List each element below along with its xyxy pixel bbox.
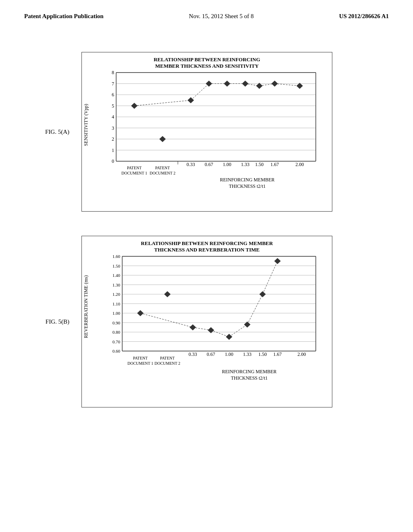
gb-x-axis-label-1: REINFORCING MEMBER [222,369,277,374]
figure-5a-label: FIG. 5(A) [33,129,69,135]
x-tick-100: 1.00 [223,162,232,167]
gb-y-axis-label: REVERBERATION TIME (ms) [83,275,89,338]
x-tick-033: 0.33 [187,162,195,167]
fig5b-title-line1: RELATIONSHIP BETWEEN REINFORCING MEMBER [141,240,273,246]
gb-y-140: 1.40 [113,273,121,278]
fig5a-svg: RELATIONSHIP BETWEEN REINFORCING MEMBER … [82,52,332,210]
fig5a-title-line1: RELATIONSHIP BETWEEN REINFORCING [154,56,260,62]
figure-5b-wrapper: FIG. 5(B) RELATIONSHIP BETWEEN REINFORCI… [33,236,380,407]
line-s1-12 [191,84,209,100]
gb-y-070: 0.70 [113,339,121,344]
x-tick-133: 1.33 [241,162,250,167]
publication-label: Patent Application Publication [24,13,104,20]
y-tick-6: 6 [112,92,114,98]
publication-number: US 2012/286626 A1 [339,13,389,20]
x-tick-150: 1.50 [255,162,264,167]
gb-y-120: 1.20 [113,292,121,297]
fig5a-title-line2: MEMBER THICKNESS AND SENSITIVITY [155,63,259,69]
figure-5a-chart: RELATIONSHIP BETWEEN REINFORCING MEMBER … [81,52,332,212]
gb-x-tick-150: 1.50 [259,351,267,357]
gb-dp-pd2 [164,291,171,297]
gb-x-tick-100: 1.00 [225,351,234,357]
figure-5b-chart: RELATIONSHIP BETWEEN REINFORCING MEMBER … [81,236,332,407]
x-tick-pd1-line1: PATENT [127,166,142,170]
y-tick-0: 0 [112,158,114,164]
x-axis-label-line1: REINFORCING MEMBER [220,177,275,183]
fig5b-title-line2: THICKNESS AND REVERBERATION TIME [154,247,259,253]
gb-y-100: 1.00 [113,311,121,316]
x-tick-pd2-line1: PATENT [155,166,170,170]
x-tick-067: 0.67 [205,162,213,167]
main-content: FIG. 5(A) RELATIONSHIP BETWEEN REINFORCI… [0,20,413,407]
gb-y-060: 0.60 [113,349,121,353]
x-tick-pd1-line2: DOCUMENT 1 [121,171,147,175]
fig5b-svg: RELATIONSHIP BETWEEN REINFORCING MEMBER … [82,236,332,405]
page-header: Patent Application Publication Nov. 15, … [0,0,413,20]
y-tick-4: 4 [112,114,114,120]
gb-y-080: 0.80 [113,330,121,335]
gb-dp-133 [244,322,250,328]
figure-5a-wrapper: FIG. 5(A) RELATIONSHIP BETWEEN REINFORCI… [33,52,380,212]
gb-y-110: 1.10 [113,301,121,306]
x-axis-label-line2: THICKNESS t2/t1 [229,183,265,189]
gb-y-150: 1.50 [113,264,121,268]
gb-y-090: 0.90 [113,320,121,325]
y-tick-3: 3 [112,125,114,131]
gb-line-23 [211,330,229,337]
y-tick-7: 7 [112,81,114,87]
gb-x-tick-200: 2.00 [298,351,306,357]
gb-y-160: 1.60 [113,254,121,259]
x-tick-200: 2.00 [296,162,304,167]
gb-line-56 [263,261,277,294]
y-tick-8: 8 [112,70,114,75]
figure-5b-label: FIG. 5(B) [33,318,69,325]
publication-date-sheet: Nov. 15, 2012 Sheet 5 of 8 [189,13,254,20]
gb-line-45 [247,294,263,324]
gb-x-tick-067: 0.67 [207,351,215,357]
y-tick-5: 5 [112,103,114,109]
gb-x-tick-pd2-2: DOCUMENT 2 [154,361,180,366]
line-s1-01 [134,100,191,106]
gb-line-34 [229,324,247,337]
gb-x-tick-pd1-2: DOCUMENT 1 [127,361,153,366]
y-tick-1: 1 [112,148,114,153]
gb-x-tick-033: 0.33 [189,351,197,357]
gb-x-tick-pd2-1: PATENT [160,356,175,360]
gb-x-axis-label-2: THICKNESS t2/t1 [231,375,267,381]
y-tick-2: 2 [112,136,114,142]
line-s1-67 [275,84,300,86]
gb-line-01 [140,313,193,327]
x-tick-167: 1.67 [271,162,279,167]
dp-s2-1 [159,136,166,142]
y-axis-label: SENSITIVITY (Vpp) [83,104,89,146]
gb-x-tick-133: 1.33 [243,351,252,357]
gb-x-tick-pd1-1: PATENT [133,356,148,360]
gb-x-tick-167: 1.67 [273,351,282,357]
gb-y-130: 1.30 [113,283,121,287]
x-tick-pd2-line2: DOCUMENT 2 [150,171,175,175]
